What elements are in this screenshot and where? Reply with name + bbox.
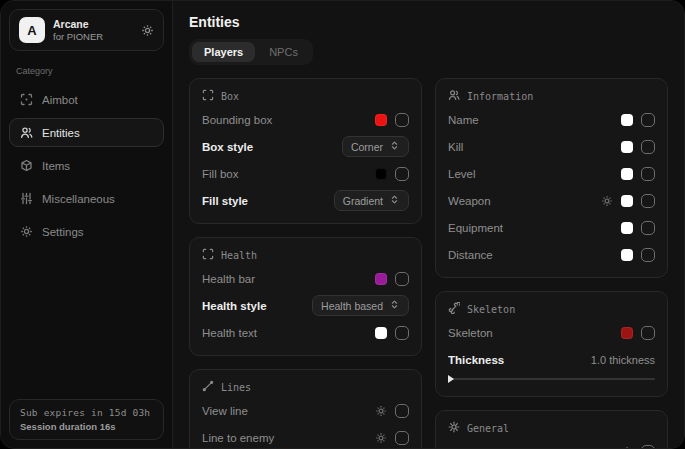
color-swatch[interactable] (621, 168, 633, 180)
health-icon (202, 248, 214, 262)
select-value: Health based (321, 300, 383, 312)
main-panel: Entities Players NPCs Box Bounding box (173, 1, 684, 448)
crosshair-icon (20, 93, 33, 106)
sidebar-item-label: Aimbot (42, 94, 78, 106)
card-title: Skeleton (467, 304, 515, 315)
gear-icon[interactable] (601, 195, 613, 207)
setting-row: Kill (448, 133, 655, 160)
app-window: A Arcane for PIONER Category Aimbot Enti… (0, 0, 685, 449)
setting-row: Distance (448, 241, 655, 268)
setting-label: View line (202, 405, 375, 417)
thickness-value: 1.0 thickness (591, 354, 655, 366)
card-health: Health Health bar Health style Health ba… (189, 237, 422, 356)
checkbox[interactable] (641, 326, 655, 340)
setting-row: Level (448, 160, 655, 187)
gear-icon[interactable] (141, 24, 154, 37)
setting-label: Kill (448, 141, 621, 153)
fill-style-select[interactable]: Gradient (334, 190, 409, 211)
tab-players[interactable]: Players (192, 42, 255, 62)
slider-track[interactable] (448, 378, 655, 380)
gear-icon[interactable] (375, 405, 387, 417)
brand-name: Arcane (53, 18, 103, 31)
gear-icon[interactable] (375, 432, 387, 444)
card-title: General (467, 423, 509, 434)
thickness-slider[interactable] (448, 374, 655, 384)
sidebar-item-label: Miscellaneous (42, 193, 115, 205)
setting-label: Box style (202, 141, 342, 153)
color-swatch[interactable] (621, 141, 633, 153)
color-swatch[interactable] (375, 114, 387, 126)
checkbox[interactable] (395, 404, 409, 418)
sidebar-item-settings[interactable]: Settings (9, 217, 164, 246)
tab-npcs[interactable]: NPCs (257, 42, 310, 62)
sidebar-item-label: Items (42, 160, 70, 172)
setting-row: Fill style Gradient (202, 187, 409, 214)
category-label: Category (16, 66, 157, 76)
checkbox[interactable] (641, 194, 655, 208)
color-swatch[interactable] (375, 327, 387, 339)
page-title: Entities (189, 14, 668, 30)
gear-icon[interactable] (621, 446, 633, 449)
users-icon (448, 89, 460, 103)
color-swatch[interactable] (621, 327, 633, 339)
checkbox[interactable] (395, 431, 409, 445)
setting-label: Name (448, 114, 621, 126)
setting-label: Level (448, 168, 621, 180)
sidebar-item-label: Settings (42, 226, 84, 238)
checkbox[interactable] (641, 248, 655, 262)
setting-row: View line (202, 397, 409, 424)
subscription-info: Sub expires in 15d 03h Session duration … (9, 399, 164, 440)
color-swatch[interactable] (375, 168, 387, 180)
checkbox[interactable] (641, 167, 655, 181)
checkbox[interactable] (641, 445, 655, 449)
chevrons-up-down-icon (389, 140, 400, 153)
box-corners-icon (202, 89, 214, 103)
setting-row: Health text (202, 319, 409, 346)
setting-label: Fill style (202, 195, 334, 207)
checkbox[interactable] (395, 113, 409, 127)
card-information: Information Name Kill (435, 78, 668, 278)
setting-row: Skeleton (448, 319, 655, 346)
session-duration-text: Session duration 16s (20, 421, 153, 432)
card-title: Box (221, 91, 239, 102)
setting-row: Health style Health based (202, 292, 409, 319)
box-style-select[interactable]: Corner (342, 136, 409, 157)
setting-row: Thickness 1.0 thickness (448, 346, 655, 373)
setting-label: Health text (202, 327, 375, 339)
color-swatch[interactable] (621, 114, 633, 126)
setting-row: Bounding box (202, 106, 409, 133)
sidebar-item-items[interactable]: Items (9, 151, 164, 180)
setting-row: Line to enemy (202, 424, 409, 448)
color-swatch[interactable] (375, 273, 387, 285)
color-swatch[interactable] (621, 222, 633, 234)
bone-icon (448, 302, 460, 316)
setting-label: Equipment (448, 222, 621, 234)
sidebar-item-miscellaneous[interactable]: Miscellaneous (9, 184, 164, 213)
card-lines: Lines View line Line to enemy (189, 369, 422, 448)
sun-icon (448, 421, 460, 435)
checkbox[interactable] (641, 140, 655, 154)
checkbox[interactable] (395, 167, 409, 181)
gear-icon (20, 225, 33, 238)
checkbox[interactable] (641, 113, 655, 127)
card-title: Health (221, 250, 257, 261)
setting-row: Box style Corner (202, 133, 409, 160)
checkbox[interactable] (395, 272, 409, 286)
checkbox[interactable] (395, 326, 409, 340)
sidebar-item-entities[interactable]: Entities (9, 118, 164, 147)
setting-row: Weapon (448, 187, 655, 214)
setting-row: Name (448, 106, 655, 133)
slider-thumb[interactable] (448, 375, 454, 383)
checkbox[interactable] (641, 221, 655, 235)
chevrons-up-down-icon (389, 194, 400, 207)
health-style-select[interactable]: Health based (312, 295, 409, 316)
setting-label: Health style (202, 300, 312, 312)
card-box: Box Bounding box Box style Corner (189, 78, 422, 224)
color-swatch[interactable] (621, 249, 633, 261)
color-swatch[interactable] (621, 195, 633, 207)
sidebar-item-aimbot[interactable]: Aimbot (9, 85, 164, 114)
select-value: Corner (351, 141, 383, 153)
tab-bar: Players NPCs (189, 39, 313, 65)
setting-label: Skeleton (448, 327, 621, 339)
sidebar: A Arcane for PIONER Category Aimbot Enti… (1, 1, 173, 448)
